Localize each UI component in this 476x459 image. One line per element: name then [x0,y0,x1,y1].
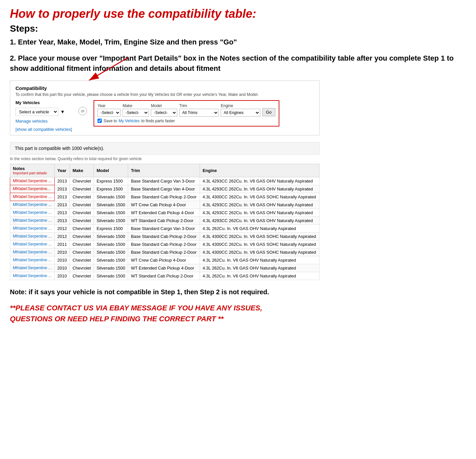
steps-heading: Steps: [10,23,466,34]
notes-cell: Mfrlabel:Serpentine ... [10,209,55,216]
table-row: Mfrlabel:Serpentine ... 2011 Chevrolet S… [10,240,320,248]
model-cell: Silverado 1500 [94,193,128,201]
year-cell: 2013 [55,209,70,216]
engine-cell: 4.3L 4293CC 262Cu. In. V6 GAS OHV Natura… [200,185,319,193]
year-cell: 2013 [55,201,70,209]
table-row: Mfrlabel:Serpentine ... 2010 Chevrolet S… [10,264,320,272]
model-cell: Silverado 1500 [94,248,128,256]
or-divider: or [78,107,87,115]
engine-field: Engine All Engines [221,103,260,117]
year-cell: 2012 [55,232,70,240]
widget-title: Compatibility [15,85,314,91]
trim-cell: Base Standard Cargo Van 3-Door [128,224,200,232]
model-select[interactable]: -Select- [151,109,177,117]
show-all-link[interactable]: [show all compatible vehicles] [15,127,72,132]
model-cell: Silverado 1500 [94,216,128,224]
notes-cell: Mfrlabel:Serpentine ... [10,216,55,224]
col-engine: Engine [200,164,319,177]
year-cell: 2012 [55,224,70,232]
make-cell: Chevrolet [70,256,94,264]
year-cell: 2010 [55,256,70,264]
engine-cell: 4.3L 262Cu. In. V6 GAS OHV Naturally Asp… [200,256,319,264]
main-title: How to properly use the compatibility ta… [10,7,466,21]
notes-header-label: Notes [13,166,52,171]
trim-field: Trim All Trims [179,103,219,117]
make-cell: Chevrolet [70,193,94,201]
year-cell: 2013 [55,193,70,201]
table-row: Mfrlabel:Serpentine ... 2010 Chevrolet S… [10,256,320,264]
model-cell: Express 1500 [94,224,128,232]
make-cell: Chevrolet [70,177,94,185]
my-vehicles-link[interactable]: My Vehicles [119,119,140,123]
engine-cell: 4.3L 4300CC 262Cu. In. V6 GAS SOHC Natur… [200,248,319,256]
year-cell: 2010 [55,248,70,256]
trim-cell: Base Standard Cab Pickup 2-Door [128,240,200,248]
make-cell: Chevrolet [70,224,94,232]
my-vehicles-label: My Vehicles [15,100,72,105]
select-vehicle-dropdown[interactable]: Select a vehicle [15,108,58,116]
widget-desc: To confirm that this part fits your vehi… [15,92,314,97]
compat-sub-note: In the notes section below, Quantity ref… [10,157,320,161]
notes-important-label: Important part details [13,171,52,175]
step-1-text: 1. Enter Year, Make, Model, Trim, Engine… [10,37,466,47]
engine-select[interactable]: All Engines [221,109,260,117]
year-select[interactable]: -Select- [98,109,121,117]
table-row: Mfrlabel:Serpentine ... 2013 Chevrolet S… [10,209,320,216]
manage-vehicles-link[interactable]: Manage vehicles [15,119,72,124]
make-cell: Chevrolet [70,216,94,224]
make-cell: Chevrolet [70,232,94,240]
col-year: Year [55,164,70,177]
table-row: Mfrlabel:Serpentine ... 2012 Chevrolet S… [10,232,320,240]
col-make: Make [70,164,94,177]
model-cell: Silverado 1500 [94,240,128,248]
make-cell: Chevrolet [70,185,94,193]
engine-cell: 4.3L 4293CC 262Cu. In. V6 GAS OHV Natura… [200,216,319,224]
make-select[interactable]: -Select- [123,109,149,117]
trim-cell: WT Standard Cab Pickup 2-Door [128,272,200,280]
save-checkbox[interactable] [98,119,102,123]
engine-cell: 4.3L 4293CC 262Cu. In. V6 GAS OHV Natura… [200,201,319,209]
save-row: Save to My Vehicles to finds parts faste… [98,119,275,123]
model-cell: Express 1500 [94,185,128,193]
table-row: Mfrlabel:Serpentine ... 2013 Chevrolet E… [10,177,320,185]
trim-label: Trim [179,103,219,108]
go-button[interactable]: Go [262,108,275,116]
year-label: Year [98,103,121,108]
notes-cell: Mfrlabel:Serpentine ... [10,201,55,209]
year-cell: 2011 [55,240,70,248]
trim-cell: Base Standard Cargo Van 3-Door [128,177,200,185]
make-cell: Chevrolet [70,201,94,209]
compatibility-widget: Compatibility To confirm that this part … [10,80,320,135]
model-cell: Silverado 1500 [94,256,128,264]
table-row: Mfrlabel:Serpentine ... 2010 Chevrolet S… [10,248,320,256]
table-row: Mfrlabel:Serpentine... 2013 Chevrolet Ex… [10,185,320,193]
notes-cell: Mfrlabel:Serpentine ... [10,232,55,240]
make-cell: Chevrolet [70,248,94,256]
model-label: Model [151,103,177,108]
dropdown-arrow-icon: ▼ [60,109,65,114]
engine-cell: 4.3L 262Cu. In. V6 GAS OHV Naturally Asp… [200,264,319,272]
save-suffix: to finds parts faster [141,119,175,123]
col-notes: Notes Important part details [10,164,55,177]
table-row: Mfrlabel:Serpentine ... 2012 Chevrolet E… [10,224,320,232]
year-field: Year -Select- [98,103,121,117]
trim-cell: WT Crew Cab Pickup 4-Door [128,256,200,264]
engine-cell: 4.3L 4300CC 262Cu. In. V6 GAS SOHC Natur… [200,193,319,201]
engine-label: Engine [221,103,260,108]
make-cell: Chevrolet [70,240,94,248]
engine-cell: 4.3L 4293CC 262Cu. In. V6 GAS OHV Natura… [200,209,319,216]
trim-cell: Base Standard Cargo Van 4-Door [128,185,200,193]
year-cell: 2013 [55,177,70,185]
year-cell: 2010 [55,272,70,280]
engine-cell: 4.3L 4300CC 262Cu. In. V6 GAS SOHC Natur… [200,232,319,240]
notes-cell: Mfrlabel:Serpentine ... [10,264,55,272]
model-field: Model -Select- [151,103,177,117]
table-row: Mfrlabel:Serpentine ... 2013 Chevrolet S… [10,193,320,201]
model-cell: Silverado 1500 [94,232,128,240]
year-cell: 2013 [55,216,70,224]
notes-cell: Mfrlabel:Serpentine... [10,185,55,193]
table-row: Mfrlabel:Serpentine ... 2010 Chevrolet S… [10,272,320,280]
trim-cell: Base Standard Cab Pickup 2-Door [128,193,200,201]
trim-select[interactable]: All Trims [179,109,219,117]
engine-cell: 4.3L 4300CC 262Cu. In. V6 GAS SOHC Natur… [200,240,319,248]
